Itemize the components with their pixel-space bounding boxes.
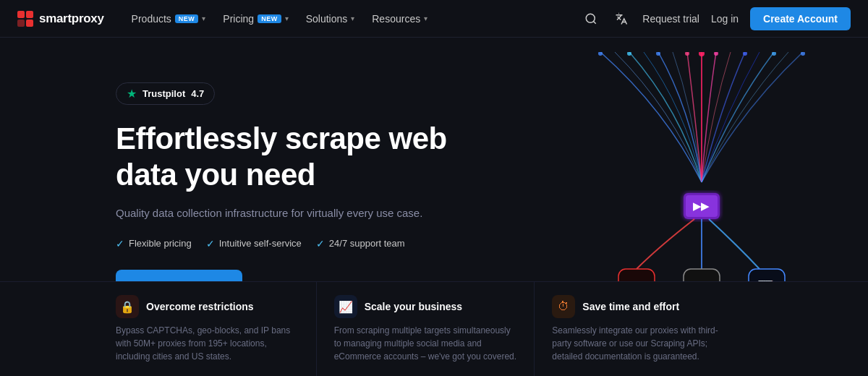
bottom-feature-2: ⏱ Save time and effort Seamlessly integr… [534,282,752,376]
trustpilot-star-icon: ★ [127,87,137,101]
create-account-button[interactable]: Create Account [750,7,851,30]
bottom-feature-title: Scale your business [365,301,462,312]
hero-feature-item: ✓24/7 support team [316,238,405,249]
translate-button[interactable] [612,9,631,28]
log-in-link[interactable]: Log in [711,13,739,25]
bottom-feature-description: Bypass CAPTCHAs, geo-blocks, and IP bans… [116,324,299,363]
bottom-feature-header: 📈 Scale your business [334,295,517,318]
nav-links: ProductsNEW▾PricingNEW▾Solutions▾Resourc… [124,9,582,29]
bottom-feature-description: From scraping multiple targets simultane… [334,324,517,363]
nav-right: Request trial Log in Create Account [582,7,851,30]
bottom-feature-header: ⏱ Save time and effort [552,295,735,318]
chevron-down-icon: ▾ [424,14,427,22]
bottom-feature-title: Save time and effort [582,301,679,312]
trustpilot-label: Trustpilot [142,88,185,99]
svg-point-2 [598,52,603,56]
svg-point-6 [699,52,705,56]
nav-label: Resources [372,13,420,25]
bottom-feature-0: 🔒 Overcome restrictions Bypass CAPTCHAs,… [116,282,316,376]
svg-point-10 [801,52,805,56]
nav-item-resources[interactable]: Resources▾ [365,9,435,29]
hero-features-list: ✓Flexible pricing✓Intuitive self-service… [116,238,492,249]
chevron-down-icon: ▾ [285,14,289,22]
nav-label: Products [132,13,171,25]
request-trial-link[interactable]: Request trial [642,13,699,25]
svg-point-9 [772,52,776,56]
svg-point-0 [587,14,595,22]
hero-section: ★ Trustpilot 4.7 Effortlessly scrape web… [0,38,868,376]
hero-title: Effortlessly scrape web data you need [116,121,492,192]
logo-icon [17,11,33,27]
check-icon: ✓ [316,238,325,249]
svg-point-3 [627,52,631,56]
bottom-feature-description: Seamlessly integrate our proxies with th… [552,324,735,363]
search-button[interactable] [582,9,600,28]
logo[interactable]: smartproxy [17,11,104,27]
bottom-feature-header: 🔒 Overcome restrictions [116,295,299,318]
chevron-down-icon: ▾ [202,14,205,22]
navigation: smartproxy ProductsNEW▾PricingNEW▾Soluti… [0,0,868,38]
nav-badge: NEW [258,14,281,23]
bottom-feature-icon: 📈 [334,295,357,318]
nav-label: Solutions [306,13,348,25]
svg-text:▶▶: ▶▶ [693,200,710,212]
svg-line-1 [594,21,596,23]
nav-label: Pricing [223,13,254,25]
hero-feature-item: ✓Flexible pricing [116,238,192,249]
svg-point-7 [714,52,718,56]
feature-label: Flexible pricing [129,238,192,249]
chevron-down-icon: ▾ [351,14,354,22]
nav-item-pricing[interactable]: PricingNEW▾ [216,9,295,29]
bottom-features: 🔒 Overcome restrictions Bypass CAPTCHAs,… [0,281,868,376]
feature-label: 24/7 support team [329,238,405,249]
trustpilot-score: 4.7 [191,88,204,99]
bottom-feature-icon: ⏱ [552,295,575,318]
bottom-feature-title: Overcome restrictions [146,301,254,312]
bottom-feature-icon: 🔒 [116,295,139,318]
trustpilot-badge: ★ Trustpilot 4.7 [116,82,215,105]
hero-illustration: ▶▶ ⊕ </> 📈 [579,52,825,312]
check-icon: ✓ [206,238,215,249]
hero-feature-item: ✓Intuitive self-service [206,238,302,249]
svg-point-5 [685,52,689,56]
check-icon: ✓ [116,238,124,249]
hero-content: ★ Trustpilot 4.7 Effortlessly scrape web… [116,75,492,303]
nav-badge: NEW [175,14,199,23]
logo-text: smartproxy [39,12,104,26]
bottom-feature-1: 📈 Scale your business From scraping mult… [316,282,535,376]
nav-item-products[interactable]: ProductsNEW▾ [124,9,213,29]
hero-subtitle: Quality data collection infrastructure f… [116,205,492,222]
nav-item-solutions[interactable]: Solutions▾ [299,9,362,29]
feature-label: Intuitive self-service [219,238,302,249]
